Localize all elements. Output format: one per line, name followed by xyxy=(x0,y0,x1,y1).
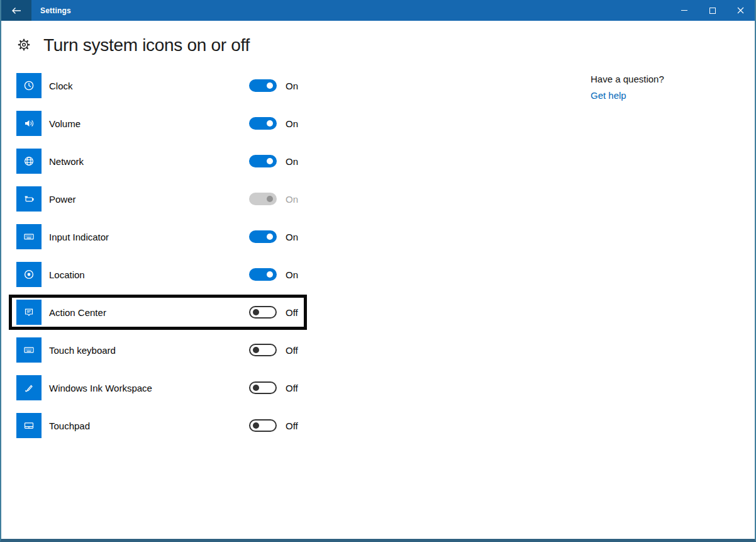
toggle-state-label: On xyxy=(286,194,298,205)
toggle-state-label: Off xyxy=(286,307,298,318)
clock-toggle[interactable] xyxy=(249,79,277,92)
row-action-center: Action Center Off xyxy=(1,293,328,331)
location-toggle[interactable] xyxy=(249,268,277,281)
row-touchpad: Touchpad Off xyxy=(1,407,328,444)
touchpad-toggle[interactable] xyxy=(249,419,277,432)
toggle-state-label: On xyxy=(286,232,298,242)
pen-icon xyxy=(16,375,42,400)
toggle-state-label: On xyxy=(286,269,298,280)
toggle-state-label: On xyxy=(286,118,298,129)
gear-icon xyxy=(17,38,31,52)
back-button[interactable] xyxy=(1,0,31,21)
keyboard-icon xyxy=(16,224,42,249)
volume-icon xyxy=(16,111,42,136)
maximize-icon xyxy=(709,8,716,14)
row-label: Power xyxy=(49,194,76,205)
back-arrow-icon xyxy=(11,7,21,14)
row-network: Network On xyxy=(1,142,328,180)
keyboard-icon xyxy=(16,337,42,363)
minimize-button[interactable] xyxy=(670,0,698,21)
network-toggle[interactable] xyxy=(249,155,277,167)
power-battery-icon xyxy=(16,186,42,212)
row-label: Clock xyxy=(49,81,73,91)
settings-window: Settings xyxy=(0,0,756,542)
get-help-link[interactable]: Get help xyxy=(591,90,626,101)
network-globe-icon xyxy=(16,149,42,174)
power-toggle xyxy=(249,193,277,205)
row-touch-keyboard: Touch keyboard Off xyxy=(1,331,328,369)
close-icon xyxy=(737,7,744,14)
row-label: Action Center xyxy=(49,307,106,318)
action-center-icon xyxy=(16,300,42,325)
close-button[interactable] xyxy=(726,0,755,21)
touchpad-icon xyxy=(16,413,42,438)
minimize-icon xyxy=(681,10,687,11)
toggle-state-label: On xyxy=(286,81,298,91)
toggle-state-label: Off xyxy=(286,383,298,393)
row-input-indicator: Input Indicator On xyxy=(1,218,328,256)
toggle-state-label: On xyxy=(286,156,298,167)
windows-ink-toggle[interactable] xyxy=(249,381,277,394)
row-label: Touchpad xyxy=(49,421,90,431)
app-title: Settings xyxy=(40,0,71,21)
row-windows-ink: Windows Ink Workspace Off xyxy=(1,369,328,407)
row-power: Power On xyxy=(1,180,328,218)
location-icon xyxy=(16,262,42,287)
row-label: Location xyxy=(49,269,85,280)
help-question: Have a question? xyxy=(591,74,664,84)
input-indicator-toggle[interactable] xyxy=(249,230,277,243)
toggle-state-label: Off xyxy=(286,345,298,356)
titlebar: Settings xyxy=(1,0,755,21)
row-location: Location On xyxy=(1,256,328,293)
action-center-toggle[interactable] xyxy=(249,306,277,319)
help-column: Have a question? Get help xyxy=(591,74,664,101)
caption-buttons xyxy=(670,0,755,21)
row-label: Network xyxy=(49,156,84,167)
touch-keyboard-toggle[interactable] xyxy=(249,344,277,356)
volume-toggle[interactable] xyxy=(249,117,277,130)
row-volume: Volume On xyxy=(1,104,328,142)
toggle-state-label: Off xyxy=(286,421,298,431)
row-label: Touch keyboard xyxy=(49,345,116,356)
clock-icon xyxy=(16,73,42,98)
row-label: Windows Ink Workspace xyxy=(49,383,152,393)
page-title: Turn system icons on or off xyxy=(43,35,250,55)
maximize-button[interactable] xyxy=(698,0,726,21)
row-label: Volume xyxy=(49,118,81,129)
row-label: Input Indicator xyxy=(49,232,109,242)
system-icons-list: Clock On Volume On Ne xyxy=(1,67,328,444)
row-clock: Clock On xyxy=(1,67,328,104)
